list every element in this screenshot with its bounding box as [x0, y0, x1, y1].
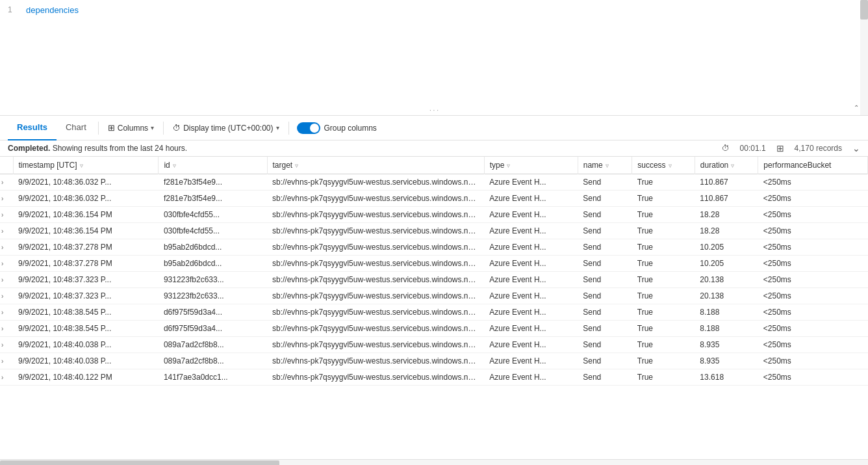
- target-filter-icon[interactable]: ▿: [295, 162, 298, 169]
- table-row[interactable]: ›9/9/2021, 10:48:38.545 P...d6f975f59d3a…: [0, 304, 868, 321]
- table-row[interactable]: ›9/9/2021, 10:48:40.122 PM141f7ae3a0dcc1…: [0, 369, 868, 386]
- cell-duration: 13.618: [695, 369, 758, 386]
- tab-chart[interactable]: Chart: [57, 116, 96, 140]
- col-header-perf[interactable]: performanceBucket: [758, 157, 868, 174]
- table-row[interactable]: ›9/9/2021, 10:48:37.278 PMb95ab2d6bdcd..…: [0, 239, 868, 256]
- row-expander-btn[interactable]: ›: [0, 304, 13, 321]
- cell-name: Send: [578, 174, 632, 191]
- col-header-duration[interactable]: duration ▿: [695, 157, 758, 174]
- horizontal-scrollbar[interactable]: [0, 459, 868, 465]
- resize-handle[interactable]: · · ·: [424, 105, 444, 115]
- cell-performanceBucket: <250ms: [758, 337, 868, 353]
- table-header-row: timestamp [UTC] ▿ id ▿ target ▿: [0, 157, 868, 174]
- table-row[interactable]: ›9/9/2021, 10:48:36.032 P...f281e7b3f54e…: [0, 174, 868, 191]
- type-filter-icon[interactable]: ▿: [507, 162, 510, 169]
- col-header-id[interactable]: id ▿: [159, 157, 267, 174]
- row-expander-btn[interactable]: ›: [0, 191, 13, 207]
- col-header-target[interactable]: target ▿: [267, 157, 484, 174]
- query-text[interactable]: dependencies: [26, 5, 79, 15]
- results-table-container[interactable]: timestamp [UTC] ▿ id ▿ target ▿: [0, 157, 868, 459]
- table-row[interactable]: ›9/9/2021, 10:48:36.032 P...f281e7b3f54e…: [0, 191, 868, 207]
- row-expander-btn[interactable]: ›: [0, 337, 13, 353]
- cell-id: 931223fb2c633...: [159, 288, 267, 304]
- cell-duration: 8.935: [695, 353, 758, 369]
- cell-type: Azure Event H...: [484, 288, 578, 304]
- col-header-success[interactable]: success ▿: [632, 157, 695, 174]
- group-columns-toggle[interactable]: [297, 122, 320, 134]
- row-expander-btn[interactable]: ›: [0, 207, 13, 223]
- cell-performanceBucket: <250ms: [758, 174, 868, 191]
- duration-filter-icon[interactable]: ▿: [731, 162, 734, 169]
- toolbar-divider-3: [288, 122, 289, 135]
- cell-duration: 110.867: [695, 191, 758, 207]
- cell-performanceBucket: <250ms: [758, 369, 868, 386]
- row-expander-btn[interactable]: ›: [0, 174, 13, 191]
- cell-timestamp: 9/9/2021, 10:48:40.038 P...: [13, 337, 159, 353]
- columns-chevron-icon: ▾: [151, 124, 154, 131]
- table-row[interactable]: ›9/9/2021, 10:48:40.038 P...089a7ad2cf8b…: [0, 337, 868, 353]
- query-time: 00:01.1: [740, 144, 766, 153]
- row-expander-btn[interactable]: ›: [0, 288, 13, 304]
- table-body: ›9/9/2021, 10:48:36.032 P...f281e7b3f54e…: [0, 174, 868, 386]
- display-time-button[interactable]: ⏱ Display time (UTC+00:00) ▾: [166, 119, 285, 137]
- table-row[interactable]: ›9/9/2021, 10:48:37.278 PMb95ab2d6bdcd..…: [0, 256, 868, 272]
- table-row[interactable]: ›9/9/2021, 10:48:40.038 P...089a7ad2cf8b…: [0, 353, 868, 369]
- cell-timestamp: 9/9/2021, 10:48:36.154 PM: [13, 207, 159, 223]
- cell-duration: 8.935: [695, 337, 758, 353]
- cell-performanceBucket: <250ms: [758, 321, 868, 337]
- vertical-scrollbar[interactable]: [860, 0, 868, 115]
- tab-results[interactable]: Results: [8, 116, 57, 140]
- row-expander-btn[interactable]: ›: [0, 369, 13, 386]
- table-row[interactable]: ›9/9/2021, 10:48:37.323 P...931223fb2c63…: [0, 272, 868, 288]
- cell-success: True: [632, 353, 695, 369]
- table-row[interactable]: ›9/9/2021, 10:48:38.545 P...d6f975f59d3a…: [0, 321, 868, 337]
- cell-name: Send: [578, 207, 632, 223]
- row-expander-btn[interactable]: ›: [0, 256, 13, 272]
- query-editor[interactable]: 1 dependencies ⌃ · · ·: [0, 0, 868, 116]
- cell-target: sb://evhns-pk7qsyygvl5uw-westus.serviceb…: [267, 353, 484, 369]
- expand-records-icon[interactable]: ⌄: [852, 143, 860, 153]
- id-filter-icon[interactable]: ▿: [173, 162, 176, 169]
- cell-timestamp: 9/9/2021, 10:48:36.032 P...: [13, 191, 159, 207]
- cell-name: Send: [578, 353, 632, 369]
- cell-type: Azure Event H...: [484, 369, 578, 386]
- table-row[interactable]: ›9/9/2021, 10:48:36.154 PM030fbfe4cfd55.…: [0, 207, 868, 223]
- cell-name: Send: [578, 223, 632, 239]
- cell-success: True: [632, 337, 695, 353]
- row-expander-btn[interactable]: ›: [0, 353, 13, 369]
- cell-target: sb://evhns-pk7qsyygvl5uw-westus.serviceb…: [267, 223, 484, 239]
- row-expander-btn[interactable]: ›: [0, 321, 13, 337]
- cell-id: d6f975f59d3a4...: [159, 321, 267, 337]
- cell-performanceBucket: <250ms: [758, 272, 868, 288]
- col-header-timestamp[interactable]: timestamp [UTC] ▿: [13, 157, 159, 174]
- cell-duration: 8.188: [695, 321, 758, 337]
- timestamp-filter-icon[interactable]: ▿: [80, 162, 83, 169]
- cell-type: Azure Event H...: [484, 223, 578, 239]
- cell-success: True: [632, 207, 695, 223]
- cell-name: Send: [578, 288, 632, 304]
- col-header-type[interactable]: type ▿: [484, 157, 578, 174]
- columns-button[interactable]: ⊞ Columns ▾: [101, 119, 160, 137]
- status-text: Completed. Showing results from the last…: [8, 144, 187, 153]
- cell-success: True: [632, 288, 695, 304]
- cell-name: Send: [578, 272, 632, 288]
- col-header-name[interactable]: name ▿: [578, 157, 632, 174]
- collapse-button[interactable]: ⌃: [854, 104, 859, 111]
- time-icon: ⏱: [722, 144, 730, 153]
- name-filter-icon[interactable]: ▿: [606, 162, 609, 169]
- cell-timestamp: 9/9/2021, 10:48:37.278 PM: [13, 256, 159, 272]
- cell-id: 030fbfe4cfd55...: [159, 223, 267, 239]
- row-expander-btn[interactable]: ›: [0, 223, 13, 239]
- cell-performanceBucket: <250ms: [758, 207, 868, 223]
- clock-icon: ⏱: [173, 124, 181, 133]
- row-expander-btn[interactable]: ›: [0, 239, 13, 256]
- table-row[interactable]: ›9/9/2021, 10:48:37.323 P...931223fb2c63…: [0, 288, 868, 304]
- cell-duration: 10.205: [695, 256, 758, 272]
- cell-success: True: [632, 256, 695, 272]
- success-filter-icon[interactable]: ▿: [669, 162, 672, 169]
- cell-target: sb://evhns-pk7qsyygvl5uw-westus.serviceb…: [267, 304, 484, 321]
- table-row[interactable]: ›9/9/2021, 10:48:36.154 PM030fbfe4cfd55.…: [0, 223, 868, 239]
- row-expander-btn[interactable]: ›: [0, 272, 13, 288]
- cell-success: True: [632, 223, 695, 239]
- columns-grid-icon: ⊞: [108, 123, 115, 133]
